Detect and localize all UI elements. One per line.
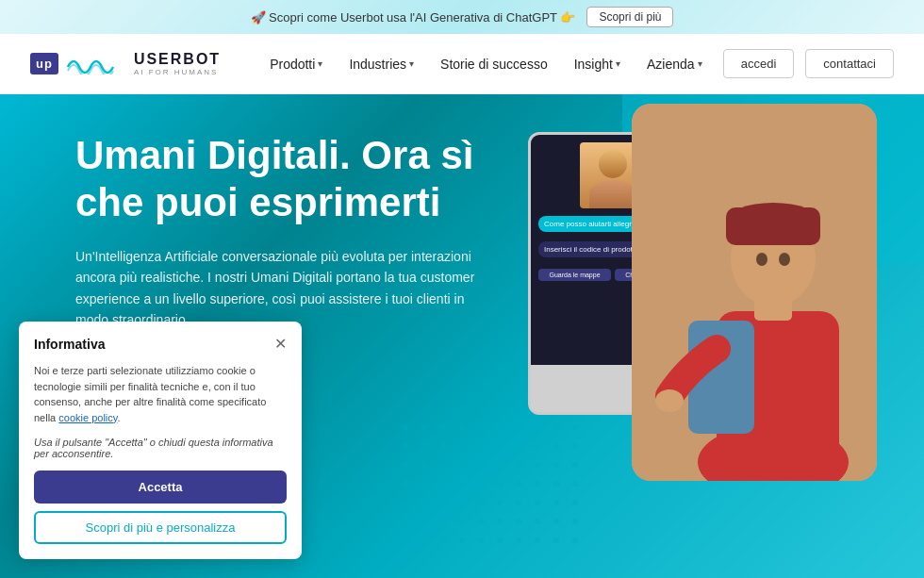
svg-point-44 bbox=[478, 500, 484, 505]
cookie-customize-button[interactable]: Scopri di più e personalizza bbox=[34, 511, 287, 544]
svg-point-4 bbox=[478, 424, 484, 430]
svg-point-68 bbox=[553, 537, 559, 543]
svg-point-30 bbox=[403, 481, 408, 487]
svg-point-23 bbox=[459, 462, 465, 468]
svg-point-16 bbox=[516, 443, 521, 449]
accedi-button[interactable]: accedi bbox=[723, 49, 795, 78]
announcement-text: 🚀 Scopri come Userbot usa l'AI Generativ… bbox=[251, 10, 576, 25]
logo-name: USERBOT bbox=[134, 51, 221, 68]
svg-point-56 bbox=[516, 519, 521, 524]
cookie-policy-link[interactable]: cookie policy bbox=[58, 412, 117, 423]
svg-point-39 bbox=[572, 481, 578, 487]
svg-point-43 bbox=[459, 500, 465, 505]
svg-point-69 bbox=[572, 537, 578, 543]
svg-point-24 bbox=[478, 462, 484, 468]
svg-point-53 bbox=[459, 519, 465, 524]
person-image bbox=[632, 104, 877, 481]
hero-image-area: Come posso aiutarti allegri? Inserisci i… bbox=[528, 104, 886, 481]
svg-point-40 bbox=[403, 500, 408, 505]
svg-point-1 bbox=[421, 424, 427, 430]
main-nav: Prodotti ▾ Industries ▾ Storie di succes… bbox=[258, 49, 723, 79]
kiosk-btn-1: Guarda le mappe bbox=[538, 269, 611, 281]
logo-area[interactable]: up USERBOT AI FOR HUMANS bbox=[30, 48, 221, 79]
chevron-down-icon: ▾ bbox=[409, 58, 414, 69]
svg-point-54 bbox=[478, 519, 484, 524]
cookie-italic-text: Usa il pulsante "Accetta" o chiudi quest… bbox=[34, 437, 287, 459]
logo-subtitle: AI FOR HUMANS bbox=[134, 68, 221, 76]
cookie-close-button[interactable]: ✕ bbox=[274, 337, 287, 352]
svg-point-51 bbox=[421, 519, 427, 524]
svg-point-15 bbox=[497, 443, 503, 449]
cookie-accept-button[interactable]: Accetta bbox=[34, 471, 287, 504]
svg-point-0 bbox=[403, 424, 408, 430]
svg-point-65 bbox=[497, 537, 503, 543]
svg-point-32 bbox=[440, 481, 446, 487]
chevron-down-icon: ▾ bbox=[698, 58, 702, 69]
svg-point-31 bbox=[421, 481, 427, 487]
svg-point-12 bbox=[440, 443, 446, 449]
cookie-popup: Informativa ✕ Noi e terze parti selezion… bbox=[19, 322, 302, 559]
svg-point-38 bbox=[553, 481, 559, 487]
announcement-bar: 🚀 Scopri come Userbot usa l'AI Generativ… bbox=[0, 0, 924, 34]
svg-point-60 bbox=[403, 537, 408, 543]
svg-point-35 bbox=[497, 481, 503, 487]
svg-point-45 bbox=[497, 500, 503, 505]
svg-point-34 bbox=[478, 481, 484, 487]
svg-point-58 bbox=[553, 519, 559, 524]
svg-point-57 bbox=[535, 519, 540, 524]
svg-point-21 bbox=[421, 462, 427, 468]
logo-wordmark: USERBOT AI FOR HUMANS bbox=[134, 51, 221, 76]
svg-point-22 bbox=[440, 462, 446, 468]
svg-rect-79 bbox=[726, 207, 820, 245]
svg-point-41 bbox=[421, 500, 427, 505]
svg-point-11 bbox=[421, 443, 427, 449]
svg-point-52 bbox=[440, 519, 446, 524]
svg-point-47 bbox=[535, 500, 540, 505]
svg-point-25 bbox=[497, 462, 503, 468]
nav-insight[interactable]: Insight ▾ bbox=[563, 49, 632, 79]
svg-point-64 bbox=[478, 537, 484, 543]
chevron-down-icon: ▾ bbox=[616, 58, 620, 69]
svg-point-42 bbox=[440, 500, 446, 505]
chevron-down-icon: ▾ bbox=[318, 58, 322, 69]
hero-title: Umani Digitali. Ora sì che puoi esprimer… bbox=[75, 132, 490, 227]
nav-industries[interactable]: Industries ▾ bbox=[338, 49, 425, 79]
svg-point-66 bbox=[516, 537, 521, 543]
svg-point-59 bbox=[572, 519, 578, 524]
svg-point-55 bbox=[497, 519, 503, 524]
svg-point-33 bbox=[459, 481, 465, 487]
svg-point-50 bbox=[403, 519, 408, 524]
nav-azienda[interactable]: Azienda ▾ bbox=[635, 49, 714, 79]
svg-point-36 bbox=[516, 481, 521, 487]
svg-point-37 bbox=[535, 481, 540, 487]
nav-prodotti[interactable]: Prodotti ▾ bbox=[258, 49, 334, 79]
svg-point-80 bbox=[756, 253, 767, 266]
nav-storie[interactable]: Storie di successo bbox=[429, 49, 559, 79]
announcement-cta[interactable]: Scopri di più bbox=[586, 7, 673, 27]
svg-point-49 bbox=[572, 500, 578, 505]
hero-description: Un'Intelligenza Artificiale conversazion… bbox=[75, 246, 490, 331]
svg-point-81 bbox=[779, 253, 790, 266]
svg-point-2 bbox=[440, 424, 446, 430]
svg-point-14 bbox=[478, 443, 484, 449]
hero-section: Umani Digitali. Ora sì che puoi esprimer… bbox=[0, 94, 924, 578]
contattaci-button[interactable]: contattaci bbox=[805, 49, 894, 78]
logo-box: up bbox=[30, 53, 58, 74]
svg-point-61 bbox=[421, 537, 427, 543]
header: up USERBOT AI FOR HUMANS Prodotti ▾ Indu… bbox=[0, 34, 924, 94]
svg-point-20 bbox=[403, 462, 408, 468]
header-actions: accedi contattaci bbox=[723, 49, 894, 78]
svg-point-46 bbox=[516, 500, 521, 505]
svg-point-6 bbox=[516, 424, 521, 430]
svg-point-10 bbox=[403, 443, 408, 449]
svg-point-63 bbox=[459, 537, 465, 543]
svg-point-5 bbox=[497, 424, 503, 430]
svg-point-3 bbox=[459, 424, 465, 430]
cookie-title: Informativa bbox=[34, 337, 105, 352]
svg-point-26 bbox=[516, 462, 521, 468]
svg-point-62 bbox=[440, 537, 446, 543]
logo-waves-icon bbox=[66, 48, 123, 79]
cookie-header: Informativa ✕ bbox=[34, 337, 287, 352]
cookie-body-text: Noi e terze parti selezionate utilizziam… bbox=[34, 363, 287, 425]
svg-point-82 bbox=[655, 389, 684, 412]
